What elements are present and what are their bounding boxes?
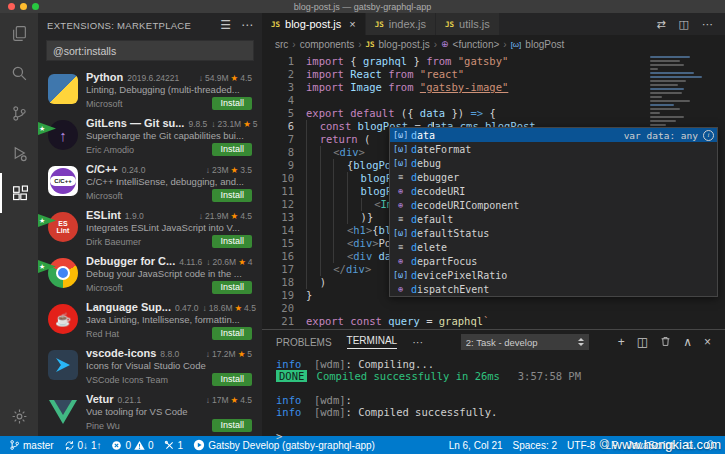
sync-indicator[interactable]: 0↓ 1↑ <box>59 436 107 454</box>
editor-more-actions-icon[interactable]: ⋯ <box>702 18 713 31</box>
minimap-line <box>650 112 660 114</box>
star-icon: ★ <box>231 165 239 175</box>
indent-guide <box>320 211 334 224</box>
source-control-icon[interactable] <box>0 93 38 133</box>
suggest-item[interactable]: ≡delete <box>390 240 717 254</box>
extensions-search-input[interactable]: @sort:installs <box>46 40 254 61</box>
suggest-item[interactable]: [ω]debug <box>390 156 717 170</box>
kill-terminal-icon[interactable] <box>660 335 671 349</box>
extension-description: Linting, Debugging (multi-threaded... <box>86 84 252 95</box>
suggest-item[interactable]: ⊕decodeURIComponent <box>390 198 717 212</box>
code-editor[interactable]: 1import { graphql } from "gatsby"2import… <box>262 53 725 329</box>
download-count-icon: ↓ <box>211 119 215 129</box>
zoom-window-button[interactable] <box>32 3 39 10</box>
close-tab-icon[interactable]: × <box>349 18 355 30</box>
tab-utils[interactable]: JS utils.js <box>436 13 500 35</box>
window-title: blog-post.js — gatsby-graphql-app <box>0 2 725 12</box>
tab-blog-post[interactable]: JS blog-post.js × <box>262 13 366 35</box>
suggest-label: debugger <box>411 171 459 184</box>
explorer-icon[interactable] <box>0 13 38 53</box>
minimap[interactable] <box>650 56 712 134</box>
gatsby-develop-task[interactable]: Gatsby Develop (gatsby-graphql-app) <box>188 436 380 454</box>
extension-item[interactable]: Language Sup...0.47.0↓18.6M★4.5Java Lint… <box>38 297 262 343</box>
cursor-position[interactable]: Ln 6, Col 21 <box>444 436 508 454</box>
install-button[interactable]: Install <box>212 235 252 248</box>
extension-version: 1.9.0 <box>125 211 144 221</box>
split-editor-icon[interactable]: ◫ <box>679 18 689 31</box>
close-panel-icon[interactable]: × <box>704 335 711 349</box>
running-tasks-indicator[interactable]: 1 <box>159 436 189 454</box>
breadcrumb-function[interactable]: <function> <box>453 39 500 50</box>
breadcrumb-symbol[interactable]: blogPost <box>525 39 564 50</box>
eslint-logo-icon <box>48 212 78 242</box>
extension-item[interactable]: ★ESLint1.9.0↓21.9M★4.5Integrates ESLint … <box>38 205 262 251</box>
minimap-line <box>650 56 690 58</box>
new-terminal-icon[interactable]: + <box>618 335 625 349</box>
more-actions-icon[interactable]: ⋯ <box>241 18 253 32</box>
suggest-item[interactable]: [ω]devicePixelRatio <box>390 268 717 282</box>
breadcrumb-src[interactable]: src <box>275 39 288 50</box>
code-line[interactable]: 20 <box>262 302 725 315</box>
rating-value: 4.5 <box>240 211 252 221</box>
close-window-button[interactable] <box>8 3 15 10</box>
suggest-item[interactable]: [ω]defaultStatus <box>390 226 717 240</box>
minimize-window-button[interactable] <box>20 3 27 10</box>
search-icon[interactable] <box>0 53 38 93</box>
suggest-item[interactable]: ⊕departFocus <box>390 254 717 268</box>
terminal-selector-dropdown[interactable]: 2: Task - develop <box>461 334 589 350</box>
terminal-output[interactable]: info [wdm]: Compiling...DONE Compiled su… <box>262 354 725 442</box>
filter-extensions-icon[interactable]: ☰ <box>220 18 231 32</box>
tab-index[interactable]: JS index.js <box>366 13 436 35</box>
code-line[interactable]: 21export const query = graphql` <box>262 315 725 328</box>
compare-changes-icon[interactable]: ⇄ <box>656 18 665 31</box>
suggest-item[interactable]: ≡default <box>390 212 717 226</box>
suggest-item[interactable]: ≡debugger <box>390 170 717 184</box>
info-icon[interactable]: i <box>703 130 714 141</box>
maximize-panel-icon[interactable]: ∧ <box>683 335 692 349</box>
git-branch-indicator[interactable]: master <box>4 436 59 454</box>
rating-value: 4 <box>248 257 253 267</box>
line-content: export default ({ data }) => { <box>306 107 496 120</box>
extension-name: Debugger for C... <box>86 255 175 267</box>
download-count: 21.9M <box>205 211 229 221</box>
install-button[interactable]: Install <box>212 373 252 386</box>
extensions-icon[interactable] <box>0 173 38 213</box>
install-button[interactable]: Install <box>212 143 252 156</box>
tab-label: blog-post.js <box>285 18 341 30</box>
problems-indicator[interactable]: 0 0 <box>106 436 158 454</box>
install-button[interactable]: Install <box>212 281 252 294</box>
tab-problems[interactable]: PROBLEMS <box>276 337 332 348</box>
extension-description: Supercharge the Git capabilities bui... <box>86 130 252 141</box>
install-button[interactable]: Install <box>212 327 252 340</box>
install-button[interactable]: Install <box>212 419 252 432</box>
suggest-item[interactable]: [ω]datavar data: anyi <box>390 128 717 142</box>
extension-stats: ↓21.9M★4.5 <box>199 211 252 221</box>
code-token: const <box>320 120 352 132</box>
line-content: return ( <box>306 133 370 146</box>
extension-item[interactable]: vscode-icons8.8.0↓17.2M★5Icons for Visua… <box>38 343 262 389</box>
settings-gear-icon[interactable] <box>0 396 38 436</box>
install-button[interactable]: Install <box>212 97 252 110</box>
code-token: graphql <box>439 315 483 327</box>
install-button[interactable]: Install <box>212 189 252 202</box>
split-terminal-icon[interactable]: ◫ <box>637 335 648 349</box>
extension-item[interactable]: C/C++0.24.0↓23M★3.5C/C++ IntelliSense, d… <box>38 159 262 205</box>
breadcrumb-file[interactable]: blog-post.js <box>379 39 430 50</box>
tab-terminal[interactable]: TERMINAL <box>347 335 398 349</box>
extension-item[interactable]: ★Debugger for C...4.11.6↓20.6M★4Debug yo… <box>38 251 262 297</box>
suggest-item[interactable]: [ω]dateFormat <box>390 142 717 156</box>
suggest-item[interactable]: ⊕dispatchEvent <box>390 282 717 296</box>
suggest-type-label: var data: any <box>624 129 698 142</box>
extension-item[interactable]: Vetur0.21.1↓17M★4.5Vue tooling for VS Co… <box>38 389 262 435</box>
extension-item[interactable]: Python2019.6.24221↓54.9M★4.5Linting, Deb… <box>38 67 262 113</box>
breadcrumb-components[interactable]: components <box>300 39 354 50</box>
encoding[interactable]: UTF-8 <box>562 436 600 454</box>
variable-icon: [ω] <box>393 269 408 282</box>
indentation[interactable]: Spaces: 2 <box>508 436 562 454</box>
debug-icon[interactable] <box>0 133 38 173</box>
panel-more-tabs-icon[interactable]: ··· <box>412 336 423 348</box>
suggest-item[interactable]: ⊕decodeURI <box>390 184 717 198</box>
download-count-icon: ↓ <box>206 165 210 175</box>
extension-item[interactable]: ★GitLens — Git su...9.8.5↓23.1M★5Superch… <box>38 113 262 159</box>
line-content: export const query = graphql` <box>306 315 489 328</box>
